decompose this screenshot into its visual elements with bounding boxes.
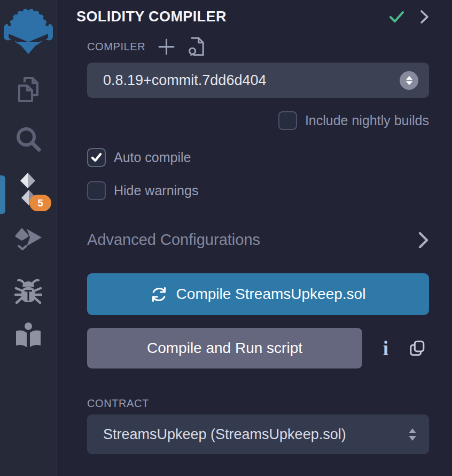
icon-sidebar: 5 — [0, 0, 57, 476]
deploy-run-icon — [14, 227, 43, 252]
compiler-section-header: COMPILER — [87, 37, 429, 56]
version-select-arrows-icon — [400, 71, 418, 90]
sidebar-item-file-explorer[interactable] — [0, 73, 57, 103]
contract-select-arrows-icon — [409, 428, 416, 441]
active-plugin-indicator — [0, 175, 5, 214]
include-nightly-checkbox[interactable] — [278, 111, 297, 130]
chevron-right-icon[interactable] — [420, 10, 429, 24]
sidebar-item-learneth[interactable] — [0, 322, 57, 350]
solidity-compiler-panel: SOLIDITY COMPILER COMPILER — [58, 0, 452, 476]
sidebar-item-debugger[interactable] — [0, 278, 57, 307]
search-icon — [14, 125, 42, 153]
auto-compile-label[interactable]: Auto compile — [114, 150, 191, 165]
compiler-version-select[interactable]: 0.8.19+commit.7dd6d404 — [87, 63, 429, 98]
contract-section-label: CONTRACT — [87, 397, 429, 410]
contract-select[interactable]: StreamsUpkeep (StreamsUpkeep.sol) — [87, 414, 429, 454]
copy-icon[interactable] — [407, 339, 426, 358]
compile-button-label: Compile StreamsUpkeep.sol — [176, 286, 366, 303]
remix-logo-icon — [3, 4, 53, 54]
refresh-icon — [151, 286, 167, 303]
sidebar-item-search[interactable] — [0, 125, 57, 153]
add-compiler-icon[interactable] — [158, 39, 175, 55]
include-nightly-label[interactable]: Include nightly builds — [305, 113, 429, 128]
compiler-license-file-icon[interactable] — [188, 37, 205, 56]
file-explorer-icon — [14, 73, 43, 103]
info-icon[interactable]: i — [379, 339, 392, 358]
include-nightly-row: Include nightly builds — [87, 111, 429, 130]
learneth-book-icon — [14, 322, 43, 350]
compiler-version-value: 0.8.19+commit.7dd6d404 — [103, 72, 400, 89]
hide-warnings-checkbox[interactable] — [87, 181, 106, 200]
compiler-warning-badge: 5 — [29, 195, 51, 211]
auto-compile-row: Auto compile — [87, 148, 429, 167]
hide-warnings-row: Hide warnings — [87, 181, 429, 200]
remix-logo[interactable] — [2, 3, 54, 55]
compile-run-row: Compile and Run script i — [87, 328, 429, 368]
compiler-section-label: COMPILER — [87, 41, 145, 53]
compile-and-run-label: Compile and Run script — [147, 340, 302, 357]
advanced-configurations-label: Advanced Configurations — [87, 231, 260, 249]
debugger-icon — [14, 278, 42, 307]
page-title: SOLIDITY COMPILER — [76, 9, 389, 25]
sidebar-item-deploy-run[interactable] — [0, 227, 57, 252]
auto-compile-checkbox[interactable] — [87, 148, 106, 167]
compile-and-run-button[interactable]: Compile and Run script — [87, 328, 362, 368]
chevron-right-icon — [418, 232, 429, 249]
hide-warnings-label[interactable]: Hide warnings — [114, 183, 198, 198]
contract-selected-value: StreamsUpkeep (StreamsUpkeep.sol) — [103, 426, 409, 443]
compile-button[interactable]: Compile StreamsUpkeep.sol — [87, 273, 429, 315]
compile-success-check-icon — [389, 11, 404, 23]
checkmark-icon — [91, 152, 102, 163]
advanced-configurations-toggle[interactable]: Advanced Configurations — [87, 231, 429, 249]
panel-header: SOLIDITY COMPILER — [76, 9, 429, 25]
